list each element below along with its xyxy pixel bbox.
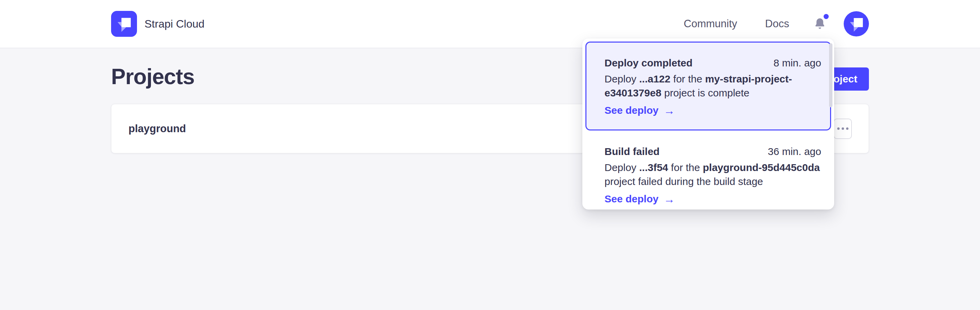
more-options-icon xyxy=(842,127,844,130)
notification-title: Build failed xyxy=(605,145,660,158)
avatar-strapi-icon xyxy=(844,11,869,37)
notification-item-build-failed[interactable]: Build failed 36 min. ago Deploy ...3f54 … xyxy=(585,130,831,212)
header-nav: Community Docs xyxy=(684,11,869,37)
see-deploy-link[interactable]: See deploy → xyxy=(605,193,675,205)
page-title: Projects xyxy=(111,64,194,89)
strapi-cloud-page: Strapi Cloud Community Docs xyxy=(0,0,980,310)
bell-icon xyxy=(814,17,826,31)
nav-link-docs[interactable]: Docs xyxy=(765,18,789,30)
notification-timestamp: 8 min. ago xyxy=(773,57,821,69)
project-options-button[interactable] xyxy=(834,119,852,139)
notification-message: Deploy ...a122 for the my-strapi-project… xyxy=(605,72,821,100)
more-options-icon xyxy=(837,127,840,130)
see-deploy-link[interactable]: See deploy → xyxy=(605,104,675,116)
unread-indicator-dot xyxy=(824,14,829,19)
panel-scrollbar-thumb[interactable] xyxy=(829,43,832,107)
notification-message: Deploy ...3f54 for the playground-95d445… xyxy=(605,161,821,188)
notification-item-deploy-completed[interactable]: Deploy completed 8 min. ago Deploy ...a1… xyxy=(585,41,831,130)
notifications-bell-button[interactable] xyxy=(814,17,826,31)
arrow-right-icon: → xyxy=(663,194,675,205)
notifications-panel: Deploy completed 8 min. ago Deploy ...a1… xyxy=(582,38,834,210)
more-options-icon xyxy=(846,127,848,130)
see-deploy-label: See deploy xyxy=(605,104,658,116)
notification-timestamp: 36 min. ago xyxy=(768,145,821,158)
user-avatar[interactable] xyxy=(844,11,869,37)
project-name: playground xyxy=(129,122,186,135)
notification-header: Build failed 36 min. ago xyxy=(605,145,821,158)
arrow-right-icon: → xyxy=(663,105,675,116)
nav-link-community[interactable]: Community xyxy=(684,18,737,30)
brand-name: Strapi Cloud xyxy=(145,18,204,30)
notification-title: Deploy completed xyxy=(605,57,692,69)
see-deploy-label: See deploy xyxy=(605,193,658,205)
strapi-logo-icon xyxy=(111,11,137,37)
notification-header: Deploy completed 8 min. ago xyxy=(605,57,821,69)
strapi-logo[interactable] xyxy=(111,11,137,37)
